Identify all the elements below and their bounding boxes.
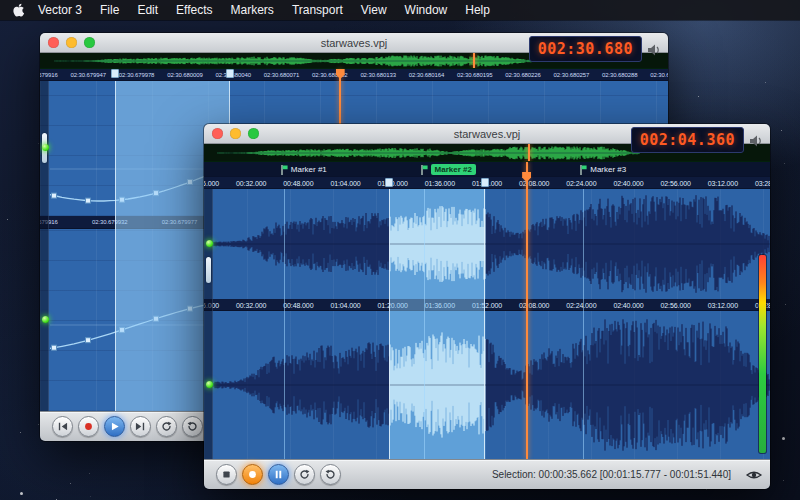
loop-button[interactable] — [156, 416, 177, 437]
apple-menu-icon[interactable] — [12, 3, 25, 17]
marker-line — [284, 189, 285, 459]
level-meter — [758, 254, 767, 454]
ruler-tick: 01:04.000 — [330, 301, 360, 308]
zoom-button[interactable] — [248, 128, 259, 139]
marker[interactable]: Marker #1 — [281, 164, 327, 175]
ruler-tick: 02:30.680164 — [409, 72, 445, 78]
menu-item[interactable]: File — [91, 0, 128, 20]
speaker-icon[interactable] — [750, 135, 763, 147]
ruler-tick: 03:12.000 — [708, 301, 738, 308]
speaker-icon[interactable] — [648, 44, 661, 56]
ruler-tick: 02:30.679978 — [119, 72, 155, 78]
overview-waveform — [217, 145, 640, 161]
record-button[interactable] — [242, 464, 263, 485]
overview-playhead[interactable] — [473, 53, 475, 68]
marker-flag-icon — [421, 165, 428, 175]
menu-item[interactable]: Markers — [222, 0, 283, 20]
menu-item[interactable]: Help — [456, 0, 499, 20]
ruler-tick: 02:30.680226 — [505, 72, 541, 78]
ruler-tick: 01:04.000 — [330, 179, 360, 186]
marker-flag-icon — [281, 165, 288, 175]
ruler-tick: 03:28.000 — [755, 179, 770, 186]
cycle-button[interactable] — [320, 464, 341, 485]
menu-item[interactable]: Transport — [283, 0, 352, 20]
ruler-tick: 01:36.000 — [425, 179, 455, 186]
ruler-tick: 00:48.000 — [283, 179, 313, 186]
ruler-tick: 02:56.000 — [661, 301, 691, 308]
ruler-tick: 02:56.000 — [661, 179, 691, 186]
mid-timeline-ruler[interactable]: 00:16.00000:32.00000:48.00001:04.00001:2… — [204, 299, 770, 311]
window-front: starwaves.vpj 002:04.360 Marker #1 Marke… — [204, 124, 770, 489]
ruler-tick: 02:30.680009 — [167, 72, 203, 78]
ruler-tick: 00:48.000 — [283, 301, 313, 308]
stop-button[interactable] — [216, 464, 237, 485]
minimize-button[interactable] — [230, 128, 241, 139]
ruler-tick: 02:08.000 — [519, 179, 549, 186]
track-gutter — [204, 189, 213, 459]
marker-label: Marker #2 — [431, 164, 476, 175]
channel-1-record-led[interactable] — [42, 144, 49, 151]
ruler-tick: 02:30.680071 — [264, 72, 300, 78]
selection-region[interactable] — [389, 189, 485, 459]
channel-2-waveform — [204, 311, 770, 459]
pause-button[interactable] — [268, 464, 289, 485]
menu-item[interactable]: View — [352, 0, 396, 20]
menu-item[interactable]: Edit — [128, 0, 167, 20]
selection-start-handle[interactable] — [111, 69, 119, 78]
ruler-tick: 02:30.680195 — [457, 72, 493, 78]
play-button[interactable] — [104, 416, 125, 437]
channel-2-record-led[interactable] — [42, 316, 49, 323]
track-gutter — [40, 81, 49, 411]
minimize-button[interactable] — [66, 37, 77, 48]
channel-1-record-led[interactable] — [206, 240, 213, 247]
record-button[interactable] — [78, 416, 99, 437]
overview-playhead[interactable] — [528, 144, 530, 161]
selection-end-handle[interactable] — [226, 69, 234, 78]
window-controls — [212, 128, 259, 139]
ruler-tick: 00:16.000 — [204, 179, 219, 186]
menu-bar: Vector 3FileEditEffectsMarkersTransportV… — [0, 0, 800, 20]
channel-2-waveform-area[interactable] — [204, 311, 770, 459]
zoom-button[interactable] — [84, 37, 95, 48]
marker[interactable]: Marker #2 — [421, 164, 476, 175]
marker[interactable]: Marker #3 — [580, 164, 626, 175]
ruler-tick: 02:30.680133 — [360, 72, 396, 78]
marker-row[interactable]: Marker #1 Marker #2 Marker #3 — [204, 162, 770, 177]
channel-1-waveform-area[interactable] — [204, 189, 770, 299]
overview-waveform — [54, 54, 536, 68]
ruler-tick: 00:32.000 — [236, 301, 266, 308]
timecode-display: 002:04.360 — [631, 127, 744, 153]
ruler-tick: 02:30.680288 — [602, 72, 638, 78]
ruler-tick: 02:30.679947 — [71, 72, 107, 78]
transport-bar: Selection: 00:00:35.662 [00:01:15.777 - … — [204, 459, 770, 489]
marker-flag-icon — [580, 165, 587, 175]
marker-line — [583, 189, 584, 459]
menu-item[interactable]: Vector 3 — [29, 0, 91, 20]
vertical-scroll-thumb[interactable] — [206, 257, 211, 283]
ruler-tick: 02:08.000 — [519, 301, 549, 308]
skip-back-button[interactable] — [52, 416, 73, 437]
level-meter-fill — [759, 255, 766, 453]
timecode-display: 002:30.680 — [529, 36, 642, 62]
ruler-tick: 02:24.000 — [566, 301, 596, 308]
selection-end-handle[interactable] — [481, 178, 489, 187]
menu-items: Vector 3FileEditEffectsMarkersTransportV… — [29, 0, 499, 20]
cycle-button[interactable] — [182, 416, 203, 437]
close-button[interactable] — [48, 37, 59, 48]
close-button[interactable] — [212, 128, 223, 139]
playhead-cursor[interactable] — [526, 162, 528, 459]
eye-icon[interactable] — [746, 469, 762, 481]
menu-item[interactable]: Effects — [167, 0, 221, 20]
ruler-tick: 03:12.000 — [708, 179, 738, 186]
skip-forward-button[interactable] — [130, 416, 151, 437]
marker-label: Marker #3 — [590, 164, 626, 175]
channel-2-record-led[interactable] — [206, 381, 213, 388]
selection-start-handle[interactable] — [385, 178, 393, 187]
ruler-tick: 00:32.000 — [236, 179, 266, 186]
menu-item[interactable]: Window — [396, 0, 457, 20]
timeline-ruler[interactable]: 02:30.67991602:30.67994702:30.67997802:3… — [40, 69, 668, 81]
loop-button[interactable] — [294, 464, 315, 485]
window-controls — [48, 37, 95, 48]
channel-1-waveform — [204, 189, 770, 299]
marker-line — [424, 189, 425, 459]
